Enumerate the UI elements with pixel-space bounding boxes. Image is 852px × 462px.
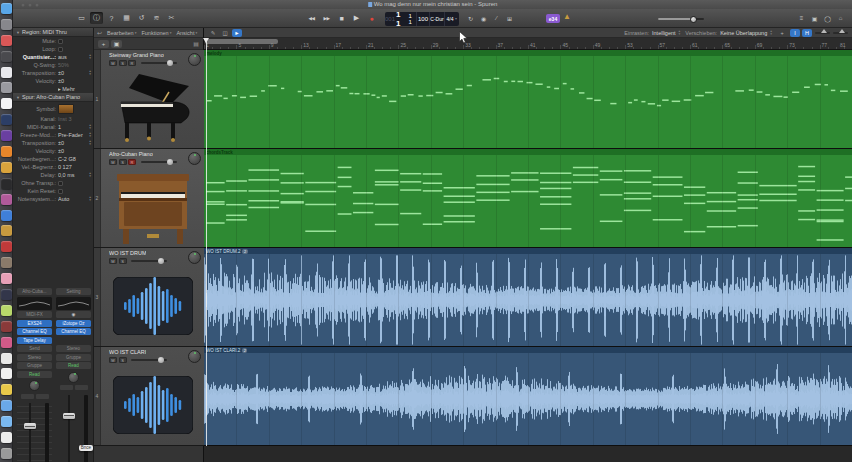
dock-app-app-blue-icon[interactable] (1, 210, 12, 221)
forward-button[interactable]: ▶▶ (320, 12, 333, 24)
dock-app-folder-blue-2-icon[interactable] (1, 416, 12, 427)
dock-app-stickies-icon[interactable] (1, 305, 12, 316)
inspector-row[interactable]: Mute: (13, 37, 93, 45)
solo-button[interactable]: S (119, 357, 127, 363)
pan-knob[interactable] (29, 380, 40, 391)
track-inspector-header[interactable]: ▼Spur: Afro-Cuban Piano (13, 93, 93, 102)
duplicate-track-button[interactable]: ▣ (111, 40, 122, 48)
param-value[interactable]: Pre-Fader (58, 132, 89, 138)
tuner-icon[interactable]: ▲ (563, 12, 571, 21)
plugin-slot[interactable]: Channel EQ (56, 328, 91, 335)
param-value[interactable]: 50% (58, 62, 93, 68)
playhead-handle[interactable] (203, 38, 209, 43)
param-value[interactable]: 0,0 ms (58, 172, 89, 178)
stepper-icon[interactable]: ▴▾ (89, 54, 91, 59)
dock-app-system-prefs-icon[interactable] (1, 82, 12, 93)
strip-slot[interactable]: Gruppe (56, 354, 91, 361)
record-enable-button[interactable]: R (128, 159, 136, 165)
lcd-chevron-icon[interactable]: ▾ (455, 16, 458, 21)
close-button[interactable] (21, 3, 25, 7)
master-volume-slider[interactable] (658, 18, 704, 20)
vertical-zoom-slider[interactable] (815, 32, 830, 34)
library-browser-icon[interactable]: ⌂ (835, 12, 846, 24)
mute-button[interactable]: M (109, 60, 117, 66)
track-volume-slider[interactable] (131, 260, 167, 262)
record-button[interactable]: ● (365, 12, 378, 24)
dock-app-paint-app-icon[interactable] (1, 337, 12, 348)
dock-app-launchpad-icon[interactable] (1, 19, 12, 30)
dock-app-gold-coin-icon[interactable] (1, 225, 12, 236)
stepper-icon[interactable]: ▴▾ (89, 124, 91, 129)
mixer-icon[interactable]: ≋ (150, 12, 163, 24)
strip-slot[interactable] (56, 337, 91, 344)
param-value[interactable]: ±0 (58, 70, 89, 76)
checkbox[interactable] (58, 189, 63, 194)
rewind-button[interactable]: ◀◀ (305, 12, 318, 24)
region-inspector-header[interactable]: ▼Region: MIDI Thru (13, 28, 93, 37)
mute-button[interactable]: M (109, 258, 117, 264)
track-pan-knob[interactable] (188, 350, 201, 363)
region-melody[interactable]: melody (204, 50, 852, 149)
editors-scissors-icon[interactable]: ✂ (165, 12, 178, 24)
volume-fader[interactable]: Bnce (56, 393, 91, 462)
inspector-icon[interactable]: ⓘ (90, 12, 103, 24)
slider-knob[interactable] (167, 159, 173, 165)
flex-icon[interactable]: ◫ (220, 29, 230, 37)
output-button[interactable] (36, 394, 49, 399)
replace-icon[interactable]: ∕ (491, 12, 502, 24)
automation-icon[interactable]: ✎ (208, 29, 218, 37)
param-value[interactable]: ±0 (58, 78, 93, 84)
inspector-row[interactable]: Notenbegren...:C-2 G8 (13, 155, 93, 163)
dock-app-pink-app-icon[interactable] (1, 273, 12, 284)
dock-app-app-navy-icon[interactable] (1, 114, 12, 125)
track-header-4[interactable]: 4WO IST CLARIMS (94, 347, 204, 446)
dock-app-downloads-folder-icon[interactable] (1, 162, 12, 173)
inspector-row[interactable]: ▸ Mehr (13, 85, 93, 93)
menu-ansicht[interactable]: Ansicht▾ (176, 30, 197, 36)
stop-button[interactable]: ■ (335, 12, 348, 24)
dock-app-textedit-icon[interactable] (1, 368, 12, 379)
input-button[interactable] (21, 394, 34, 399)
mute-button[interactable]: M (109, 357, 117, 363)
solo-button[interactable]: S (119, 60, 127, 66)
add-track-button[interactable]: + (98, 40, 109, 48)
param-value[interactable]: ±0 (58, 148, 93, 154)
quick-help-icon[interactable]: ? (105, 12, 118, 24)
mute-button[interactable]: M (109, 159, 117, 165)
inspector-row[interactable]: Notensystem...:Auto▴▾ (13, 195, 93, 203)
fader-handle[interactable] (63, 413, 75, 419)
inspector-row[interactable]: Delay:0,0 ms▴▾ (13, 171, 93, 179)
dock-app-app-store-icon[interactable] (1, 51, 12, 62)
param-value[interactable]: aus (58, 54, 89, 60)
track-volume-slider[interactable] (141, 161, 177, 163)
track-name[interactable]: Steinway Grand Piano (109, 52, 164, 58)
smart-controls-icon[interactable]: ↺ (135, 12, 148, 24)
count-in-icon[interactable]: ⊞ (504, 12, 515, 24)
param-value[interactable]: 0 127 (58, 164, 93, 170)
cycle-icon[interactable]: ↻ (465, 12, 476, 24)
dock-app-photos-icon[interactable] (1, 98, 12, 109)
menu-bearbeiten[interactable]: Bearbeiten▾ (107, 30, 136, 36)
solo-button[interactable]: S (119, 159, 127, 165)
dock-app-vlc-icon[interactable] (1, 146, 12, 157)
track-pan-knob[interactable] (188, 53, 201, 66)
param-value[interactable]: ±0 (58, 140, 89, 146)
media-browser-icon[interactable]: ◯ (822, 12, 833, 24)
inspector-row[interactable]: Loop: (13, 45, 93, 53)
track-volume-slider[interactable] (131, 359, 167, 361)
param-value[interactable]: 1 (58, 124, 89, 130)
eq-thumbnail[interactable] (17, 297, 52, 310)
drag-dropdown[interactable]: Keine Überlappung (720, 30, 767, 36)
track-name[interactable]: WO IST CLARI (109, 349, 146, 355)
inspector-row[interactable]: Vel.-Begrenz.:0 127 (13, 163, 93, 171)
minimize-button[interactable] (28, 3, 32, 7)
slider-knob[interactable] (158, 258, 164, 264)
dock-app-app-red-icon[interactable] (1, 241, 12, 252)
slider-knob[interactable] (167, 60, 173, 66)
solo-button[interactable]: S (119, 258, 127, 264)
inspector-row[interactable]: Freeze-Mod...:Pre-Fader▴▾ (13, 131, 93, 139)
input-button[interactable] (60, 385, 73, 390)
dock-app-mail-icon[interactable] (1, 35, 12, 46)
playhead[interactable] (206, 38, 207, 446)
stepper-icon[interactable]: ▴▾ (89, 132, 91, 137)
